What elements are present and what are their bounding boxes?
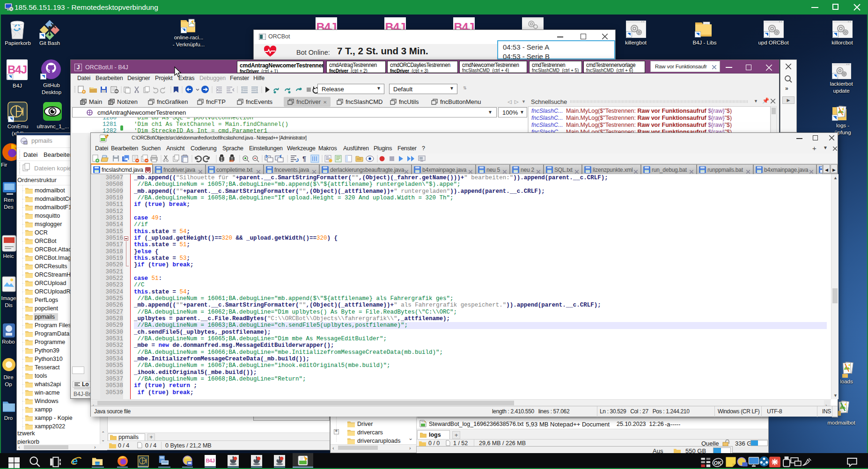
svg-text:¶: ¶ <box>302 155 306 162</box>
svg-text:OK: OK <box>714 460 722 466</box>
svg-text:✕: ✕ <box>10 7 13 11</box>
svg-text:ab: ab <box>229 159 234 163</box>
